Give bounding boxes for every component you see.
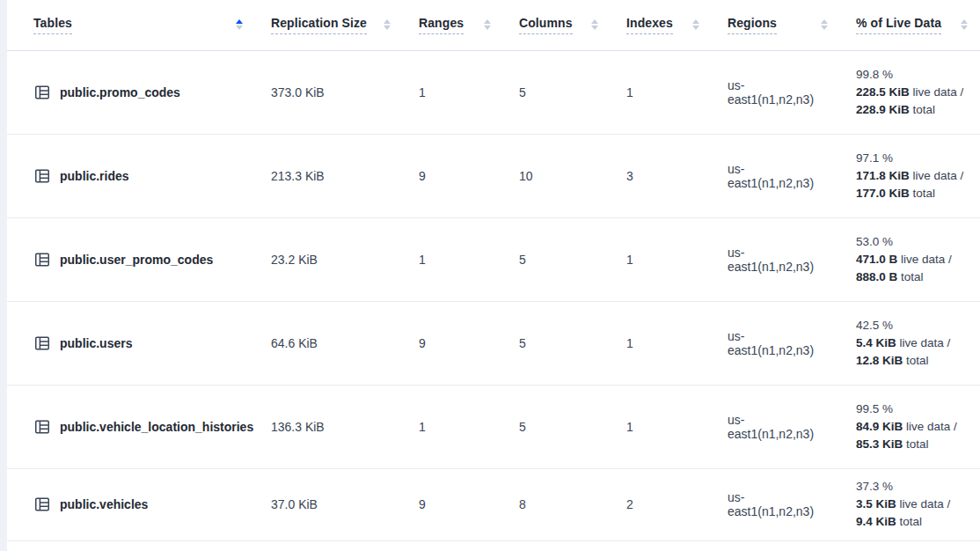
columns-cell: 5 — [503, 217, 611, 301]
replication-size-cell: 213.3 KiB — [255, 134, 403, 217]
column-header-label: % of Live Data — [856, 16, 941, 34]
table-name-link[interactable]: public.user_promo_codes — [60, 253, 213, 267]
total-size: 888.0 B — [856, 270, 897, 283]
sort-icon[interactable] — [384, 19, 391, 30]
sort-icon[interactable] — [821, 19, 828, 30]
table-icon — [33, 334, 51, 352]
table-header: Tables Replication Size Ranges — [7, 0, 980, 50]
table-row: public.rides 213.3 KiB 9 10 3 us-east1(n… — [7, 134, 980, 217]
sort-icon[interactable] — [484, 19, 491, 30]
total-label: total — [906, 437, 929, 451]
column-header-regions[interactable]: Regions — [712, 0, 840, 50]
total-size: 85.3 KiB — [856, 437, 903, 451]
columns-cell: 8 — [503, 468, 611, 540]
column-header-label: Regions — [728, 16, 777, 34]
table-icon — [33, 418, 51, 436]
ranges-cell: 1 — [403, 385, 503, 468]
live-percent: 97.1 % — [856, 150, 968, 167]
live-size: 5.4 KiB — [856, 336, 896, 349]
indexes-cell: 3 — [611, 134, 712, 217]
sort-icon[interactable] — [692, 19, 699, 30]
column-header-label: Indexes — [626, 16, 673, 34]
table-name-link[interactable]: public.vehicle_location_histories — [60, 420, 253, 434]
table-name-cell: public.promo_codes — [7, 50, 255, 134]
column-header-label: Tables — [33, 16, 72, 34]
column-header-live-data[interactable]: % of Live Data — [840, 0, 980, 50]
tables-page: Tables Replication Size Ranges — [0, 0, 980, 551]
total-size: 9.4 KiB — [856, 515, 896, 528]
column-header-indexes[interactable]: Indexes — [611, 0, 712, 50]
total-label: total — [900, 515, 923, 528]
live-label: live data / — [900, 336, 951, 349]
ranges-cell: 1 — [403, 217, 503, 301]
tables-card: Tables Replication Size Ranges — [7, 0, 980, 551]
table-name-link[interactable]: public.vehicles — [60, 497, 148, 511]
replication-size-cell: 23.2 KiB — [255, 217, 403, 301]
sort-asc-icon[interactable] — [236, 19, 243, 30]
total-label: total — [901, 270, 924, 283]
table-name-cell: public.vehicles — [7, 468, 255, 540]
column-header-ranges[interactable]: Ranges — [403, 0, 503, 50]
table-name-link[interactable]: public.users — [60, 336, 132, 350]
total-size: 12.8 KiB — [856, 354, 903, 367]
table-icon — [33, 251, 51, 268]
column-header-label: Replication Size — [271, 16, 367, 34]
live-size: 228.5 KiB — [856, 85, 910, 99]
columns-cell: 5 — [503, 50, 611, 134]
table-row: public.users 64.6 KiB 9 5 1 us-east1(n1,… — [7, 301, 980, 385]
live-percent: 99.5 % — [856, 400, 968, 418]
column-header-columns[interactable]: Columns — [503, 0, 611, 50]
replication-size-cell: 64.6 KiB — [255, 301, 403, 385]
table-icon — [33, 496, 51, 513]
live-percent: 42.5 % — [856, 317, 968, 334]
indexes-cell: 1 — [611, 217, 712, 301]
live-data-cell: 99.8 % 228.5 KiB live data / 228.9 KiB t… — [840, 50, 980, 134]
table-icon — [33, 84, 51, 101]
live-percent: 99.8 % — [856, 66, 968, 84]
sort-icon[interactable] — [961, 19, 968, 30]
total-label: total — [906, 354, 929, 367]
live-data-cell: 37.3 % 3.5 KiB live data / 9.4 KiB total — [840, 468, 980, 540]
live-data-cell: 99.5 % 84.9 KiB live data / 85.3 KiB tot… — [840, 385, 980, 468]
table-body: public.promo_codes 373.0 KiB 1 5 1 us-ea… — [7, 50, 980, 540]
regions-cell: us-east1(n1,n2,n3) — [712, 134, 840, 217]
replication-size-cell: 37.0 KiB — [255, 468, 403, 540]
table-row: public.promo_codes 373.0 KiB 1 5 1 us-ea… — [7, 50, 980, 134]
live-data-cell: 42.5 % 5.4 KiB live data / 12.8 KiB tota… — [840, 301, 980, 385]
table-name-link[interactable]: public.rides — [60, 169, 129, 183]
live-label: live data / — [913, 169, 964, 182]
total-size: 228.9 KiB — [856, 103, 910, 116]
header-row: Tables Replication Size Ranges — [7, 0, 980, 50]
live-size: 471.0 B — [856, 253, 897, 266]
table-row: public.vehicles 37.0 KiB 9 8 2 us-east1(… — [7, 468, 980, 540]
regions-cell: us-east1(n1,n2,n3) — [712, 385, 840, 468]
table-name-cell: public.users — [7, 301, 255, 385]
ranges-cell: 9 — [403, 468, 503, 540]
regions-cell: us-east1(n1,n2,n3) — [712, 468, 840, 540]
total-label: total — [913, 103, 936, 116]
columns-cell: 10 — [503, 134, 611, 217]
live-data-cell: 97.1 % 171.8 KiB live data / 177.0 KiB t… — [840, 134, 980, 217]
indexes-cell: 1 — [611, 301, 712, 385]
regions-cell: us-east1(n1,n2,n3) — [712, 301, 840, 385]
regions-cell: us-east1(n1,n2,n3) — [712, 50, 840, 134]
regions-cell: us-east1(n1,n2,n3) — [712, 217, 840, 301]
indexes-cell: 1 — [611, 50, 712, 134]
live-percent: 37.3 % — [856, 478, 968, 496]
ranges-cell: 1 — [403, 50, 503, 134]
live-size: 171.8 KiB — [856, 169, 910, 182]
live-percent: 53.0 % — [856, 233, 968, 251]
ranges-cell: 9 — [403, 134, 503, 217]
sort-icon[interactable] — [591, 19, 598, 30]
table-name-link[interactable]: public.promo_codes — [60, 85, 180, 99]
table-name-cell: public.user_promo_codes — [7, 217, 255, 301]
live-data-cell: 53.0 % 471.0 B live data / 888.0 B total — [840, 217, 980, 301]
indexes-cell: 1 — [611, 385, 712, 468]
ranges-cell: 9 — [403, 301, 503, 385]
columns-cell: 5 — [503, 301, 611, 385]
table-row: public.user_promo_codes 23.2 KiB 1 5 1 u… — [7, 217, 980, 301]
live-label: live data / — [900, 497, 951, 511]
column-header-replication-size[interactable]: Replication Size — [255, 0, 403, 50]
column-header-tables[interactable]: Tables — [7, 0, 255, 50]
live-label: live data / — [913, 85, 964, 99]
